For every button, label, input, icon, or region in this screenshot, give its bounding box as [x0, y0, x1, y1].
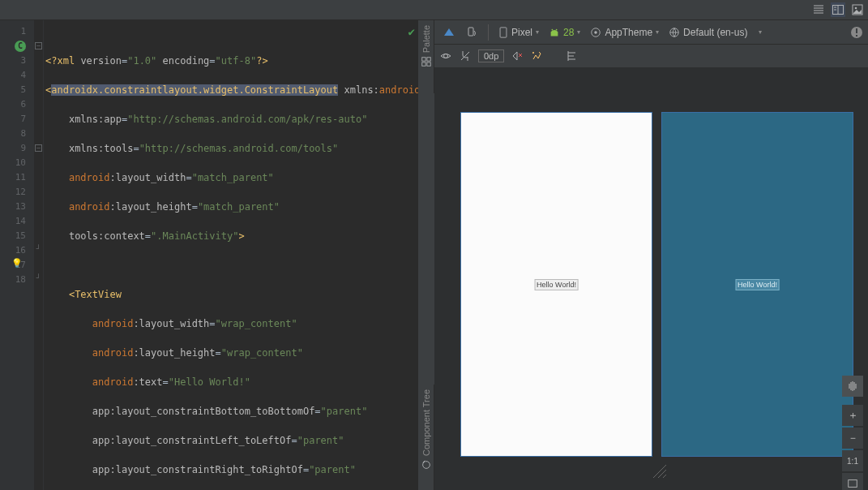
- design-panel: Palette Component Tree Pixel▾ 28▾ AppThe…: [418, 20, 868, 490]
- svg-point-18: [556, 28, 558, 30]
- preview-textview[interactable]: Hello World!: [735, 279, 780, 290]
- preview-blueprint[interactable]: Hello World!: [661, 112, 853, 457]
- svg-rect-11: [421, 62, 425, 66]
- svg-line-36: [663, 475, 666, 478]
- pan-button[interactable]: [842, 376, 863, 397]
- zoom-controls: ＋ － 1:1: [842, 376, 863, 490]
- fold-toggle-icon[interactable]: −: [35, 144, 42, 152]
- zoom-in-button[interactable]: ＋: [842, 405, 863, 426]
- infer-constraints-button[interactable]: [530, 49, 543, 62]
- svg-rect-24: [856, 35, 857, 37]
- preview-light[interactable]: Hello World!: [460, 112, 652, 457]
- view-options-button[interactable]: [439, 49, 452, 62]
- svg-point-20: [595, 31, 598, 34]
- api-selector[interactable]: 28▾: [545, 25, 584, 40]
- design-toolbar: Pixel▾ 28▾ AppTheme▾ Default (en-us)▾: [434, 20, 868, 45]
- zoom-fit-button[interactable]: [842, 473, 863, 490]
- orientation-button[interactable]: [462, 24, 481, 41]
- top-view-toolbar: [0, 0, 868, 20]
- svg-rect-37: [849, 480, 857, 488]
- code-editor[interactable]: 123456789101112131415161718 C 💡 − − ┘ ┘ …: [0, 20, 418, 490]
- zoom-reset-button[interactable]: 1:1: [842, 450, 863, 471]
- split-view-icon[interactable]: [831, 2, 845, 17]
- inspection-ok-icon[interactable]: ✔: [408, 24, 415, 39]
- design-view-icon[interactable]: [850, 2, 865, 17]
- resize-handle-icon[interactable]: [650, 462, 668, 479]
- design-surface-mode-button[interactable]: [439, 24, 459, 41]
- default-margin-input[interactable]: 0dp: [478, 49, 504, 62]
- code-text[interactable]: ✔ <?xml version="1.0" encoding="utf-8"?>…: [44, 20, 418, 490]
- theme-selector[interactable]: AppTheme▾: [587, 25, 662, 40]
- autoconnect-toggle[interactable]: [459, 49, 472, 62]
- warnings-icon[interactable]: [850, 26, 863, 39]
- fold-end-icon: ┘: [35, 276, 42, 283]
- svg-rect-9: [421, 58, 425, 61]
- lightbulb-icon[interactable]: 💡: [11, 258, 23, 269]
- fold-column: − − ┘ ┘: [34, 20, 44, 490]
- svg-rect-10: [426, 58, 430, 61]
- tree-icon: [421, 459, 432, 471]
- svg-point-13: [422, 462, 430, 469]
- code-view-icon[interactable]: [811, 2, 826, 17]
- svg-rect-15: [468, 28, 473, 36]
- editor-gutter: 123456789101112131415161718 C 💡: [0, 20, 34, 490]
- clear-constraints-button[interactable]: [511, 49, 524, 62]
- svg-point-25: [444, 54, 448, 58]
- design-toolbar-2: 0dp: [434, 45, 868, 67]
- svg-rect-16: [500, 27, 507, 37]
- guidelines-button[interactable]: [566, 49, 579, 62]
- preview-textview[interactable]: Hello World!: [534, 279, 579, 290]
- svg-rect-12: [426, 62, 430, 66]
- device-selector[interactable]: Pixel▾: [495, 25, 542, 40]
- fold-end-icon: ┘: [35, 247, 42, 254]
- svg-point-17: [552, 28, 554, 30]
- zoom-out-button[interactable]: －: [842, 428, 863, 449]
- palette-panel-tab[interactable]: Palette: [418, 20, 434, 93]
- svg-point-29: [532, 52, 534, 54]
- fold-toggle-icon[interactable]: −: [35, 42, 42, 49]
- component-tree-panel-tab[interactable]: Component Tree: [418, 385, 434, 490]
- svg-point-5: [855, 7, 857, 10]
- design-canvas[interactable]: Hello World! Hello World! ＋ － 1:1: [434, 67, 868, 490]
- gutter-marker-icon[interactable]: C: [15, 41, 26, 52]
- locale-selector[interactable]: Default (en-us)▾: [665, 25, 765, 40]
- svg-line-35: [658, 470, 666, 478]
- palette-icon: [421, 56, 432, 67]
- svg-rect-23: [856, 28, 857, 33]
